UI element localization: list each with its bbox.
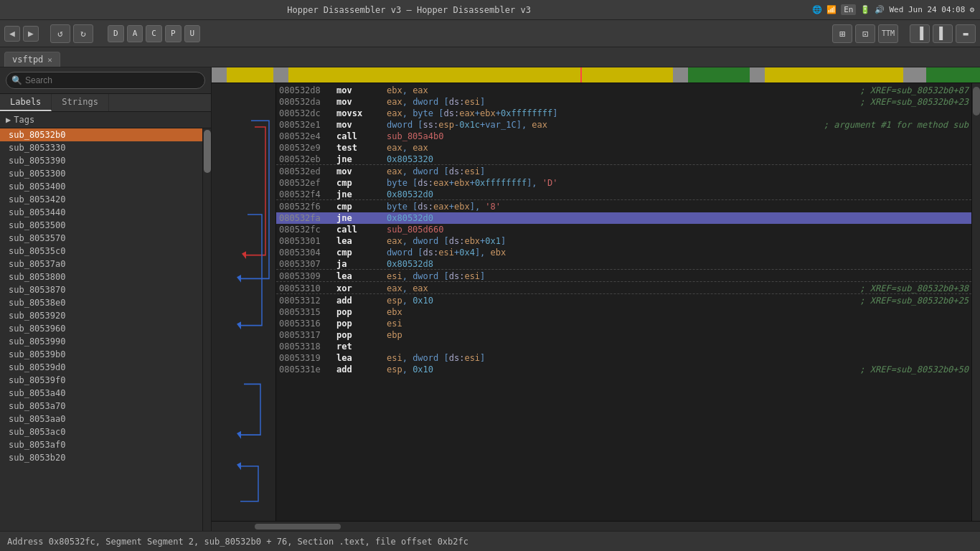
code-address: 080532ef bbox=[279, 178, 336, 188]
sidebar-tabs: Labels Strings bbox=[0, 94, 211, 112]
table-row[interactable]: 0805331eaddesp, 0x10; XREF=sub_80532b0+5… bbox=[276, 364, 971, 375]
label-item[interactable]: sub_80539d0 bbox=[0, 361, 202, 374]
code-operands: ebp bbox=[387, 330, 969, 340]
sidebar-scroll-thumb[interactable] bbox=[204, 130, 211, 173]
code-address: 08053307 bbox=[279, 259, 336, 269]
forward-button[interactable]: ▶ bbox=[23, 26, 39, 42]
code-operands: byte [ds:eax+ebx], '8' bbox=[387, 202, 969, 212]
label-item[interactable]: sub_8053400 bbox=[0, 180, 202, 193]
table-row[interactable]: 08053316popesi bbox=[276, 318, 971, 329]
table-row[interactable]: 080532dcmovsxeax, byte [ds:eax+ebx+0xfff… bbox=[276, 108, 971, 119]
label-item[interactable]: sub_80539b0 bbox=[0, 348, 202, 361]
table-row[interactable]: 080532e9testeax, eax bbox=[276, 142, 971, 154]
icon1-button[interactable]: ⊞ bbox=[832, 24, 852, 43]
table-row[interactable]: 08053310xoreax, eax; XREF=sub_80532b0+38 bbox=[276, 283, 971, 294]
label-item[interactable]: sub_80538e0 bbox=[0, 296, 202, 309]
btn-p[interactable]: P bbox=[165, 25, 182, 42]
tab-vsftpd[interactable]: vsftpd ✕ bbox=[4, 52, 60, 67]
table-row[interactable]: 080532d8movebx, eax; XREF=sub_80532b0+87 bbox=[276, 85, 971, 96]
label-item[interactable]: sub_8053960 bbox=[0, 322, 202, 335]
label-item[interactable]: sub_80539f0 bbox=[0, 374, 202, 387]
table-row[interactable]: 080532edmoveax, dword [ds:esi] bbox=[276, 166, 971, 177]
label-item[interactable]: sub_8053440 bbox=[0, 206, 202, 219]
table-row[interactable]: 08053319leaesi, dword [ds:esi] bbox=[276, 352, 971, 364]
code-mnemonic: ret bbox=[336, 342, 387, 352]
code-area: 080532d8movebx, eax; XREF=sub_80532b0+87… bbox=[212, 67, 980, 531]
icon3-button[interactable]: TTM bbox=[878, 24, 898, 43]
btn-a[interactable]: A bbox=[127, 25, 143, 42]
hscroll[interactable] bbox=[212, 521, 980, 531]
table-row[interactable]: 08053312addesp, 0x10; XREF=sub_80532b0+2… bbox=[276, 295, 971, 306]
code-address: 08053310 bbox=[279, 283, 336, 293]
label-item[interactable]: sub_8053500 bbox=[0, 219, 202, 232]
label-item[interactable]: sub_8053800 bbox=[0, 270, 202, 283]
code-address: 080532fc bbox=[279, 225, 336, 235]
btn-d[interactable]: D bbox=[108, 25, 124, 42]
code-operands: eax, dword [ds:esi] bbox=[387, 97, 845, 107]
code-mnemonic: add bbox=[336, 296, 387, 306]
code-comment: ; XREF=sub_80532b0+50 bbox=[859, 364, 969, 375]
sidebar-tab-labels[interactable]: Labels bbox=[0, 94, 52, 111]
vscroll-thumb[interactable] bbox=[973, 87, 980, 116]
label-item[interactable]: sub_8053870 bbox=[0, 283, 202, 296]
code-vscroll[interactable] bbox=[971, 83, 980, 521]
label-item[interactable]: sub_8053a70 bbox=[0, 400, 202, 413]
label-item[interactable]: sub_80535c0 bbox=[0, 245, 202, 258]
label-item[interactable]: sub_8053570 bbox=[0, 232, 202, 245]
table-row[interactable]: 080532f6cmpbyte [ds:eax+ebx], '8' bbox=[276, 201, 971, 212]
code-address: 08053315 bbox=[279, 307, 336, 317]
back-button[interactable]: ◀ bbox=[4, 26, 20, 42]
label-item[interactable]: sub_8053330 bbox=[0, 141, 202, 154]
table-row[interactable]: 08053318ret bbox=[276, 341, 971, 352]
label-item[interactable]: sub_8053300 bbox=[0, 167, 202, 180]
label-item[interactable]: sub_8053990 bbox=[0, 335, 202, 348]
sidebar-scrollbar[interactable] bbox=[202, 128, 211, 531]
table-row[interactable]: 08053301leaeax, dword [ds:ebx+0x1] bbox=[276, 235, 971, 247]
minimap-bg bbox=[212, 67, 980, 83]
label-item[interactable]: sub_80532b0 bbox=[0, 128, 202, 141]
arrows-area bbox=[212, 83, 276, 521]
table-row[interactable]: 08053304cmpdword [ds:esi+0x4], ebx bbox=[276, 247, 971, 258]
sidebar-tab-strings[interactable]: Strings bbox=[52, 94, 109, 111]
table-row[interactable]: 08053315popebx bbox=[276, 306, 971, 318]
label-item[interactable]: sub_8053b20 bbox=[0, 451, 202, 464]
btn-c[interactable]: C bbox=[146, 25, 162, 42]
label-item[interactable]: sub_8053ac0 bbox=[0, 425, 202, 438]
icon2-button[interactable]: ⊡ bbox=[855, 24, 875, 43]
table-row[interactable]: 08053307ja0x80532d8 bbox=[276, 258, 971, 270]
table-row[interactable]: 080532ebjne0x8053320 bbox=[276, 154, 971, 165]
table-row[interactable]: 080532efcmpbyte [ds:eax+ebx+0xffffffff],… bbox=[276, 177, 971, 189]
label-item[interactable]: sub_8053420 bbox=[0, 193, 202, 206]
table-row[interactable]: 08053309leaesi, dword [ds:esi] bbox=[276, 270, 971, 282]
table-row[interactable]: 08053317popebp bbox=[276, 329, 971, 341]
table-row[interactable]: 080532e1movdword [ss:esp-0x1c+var_1C], e… bbox=[276, 119, 971, 131]
tags-header[interactable]: ▶ Tags bbox=[6, 115, 205, 125]
layout1-button[interactable]: ▐ bbox=[910, 24, 930, 43]
table-row[interactable]: 080532fccallsub_805d660 bbox=[276, 224, 971, 235]
refresh1-button[interactable]: ↺ bbox=[50, 24, 70, 43]
label-item[interactable]: sub_8053390 bbox=[0, 154, 202, 167]
hscroll-track[interactable] bbox=[212, 523, 980, 530]
labels-container: sub_80532b0sub_8053330sub_8053390sub_805… bbox=[0, 128, 211, 531]
network-icon: 🌐 bbox=[812, 5, 822, 14]
svg-marker-0 bbox=[242, 251, 246, 259]
label-item[interactable]: sub_8053aa0 bbox=[0, 413, 202, 425]
table-row[interactable]: 080532fajne0x80532d0 bbox=[276, 212, 971, 224]
search-input[interactable] bbox=[6, 72, 205, 89]
table-row[interactable]: 080532damoveax, dword [ds:esi]; XREF=sub… bbox=[276, 96, 971, 108]
table-row[interactable]: 080532f4jne0x80532d0 bbox=[276, 189, 971, 200]
label-item[interactable]: sub_8053af0 bbox=[0, 438, 202, 451]
label-item[interactable]: sub_8053a40 bbox=[0, 387, 202, 400]
layout3-button[interactable]: ▬ bbox=[956, 24, 976, 43]
code-mnemonic: ja bbox=[336, 259, 387, 269]
refresh2-button[interactable]: ↻ bbox=[73, 24, 93, 43]
table-row[interactable]: 080532e4callsub_805a4b0 bbox=[276, 131, 971, 142]
layout2-button[interactable]: ▌ bbox=[933, 24, 953, 43]
code-mnemonic: jne bbox=[336, 154, 387, 164]
btn-u[interactable]: U bbox=[184, 25, 201, 42]
label-item[interactable]: sub_8053920 bbox=[0, 309, 202, 322]
hscroll-thumb[interactable] bbox=[255, 524, 341, 529]
tab-close-button[interactable]: ✕ bbox=[47, 55, 52, 65]
label-item[interactable]: sub_80537a0 bbox=[0, 258, 202, 270]
code-address: 080532f6 bbox=[279, 202, 336, 212]
